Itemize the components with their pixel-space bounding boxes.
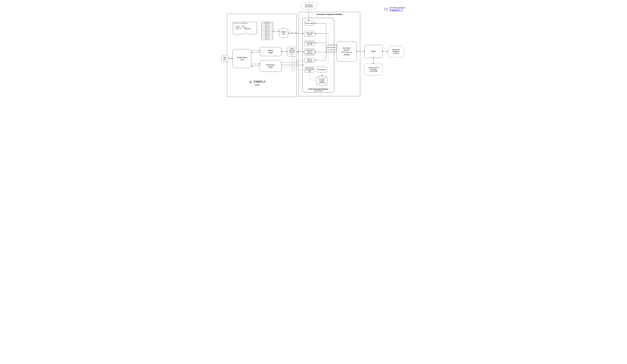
persistence-l3: Pluggable [319,81,324,83]
status-updates-label: Status Updates [289,32,299,34]
gas-station-box: Gas Station API Service [301,2,317,9]
tx-query-submission-label: Transaction / Query Submission [305,49,314,55]
orchestration-core-box: Orchestration Core [232,49,251,68]
event-streams-label: Event Streams [305,58,314,62]
operation-note: Operation 0xab12cd34... { "nonce": 12345… [233,22,257,36]
orchestration-core-label: Orchestration Core [237,56,247,61]
app-api-box: App API [221,55,228,62]
tx-monitor-box: Transaction Monitor [304,31,315,37]
app-api-label: App API [223,56,226,61]
esm-api-box: Event Stream Management API [304,67,315,72]
transactions-label: Transactions [328,44,335,46]
persistence-l2: (LevelDB) [319,80,324,81]
cfr-title: Connector Framework Runtime [300,13,359,15]
persistence-l1: Persistence [319,79,325,80]
ffcore-title: FIREFLY [254,80,266,83]
operations-row: Eth TX 1 [261,24,273,26]
checkpoints-box: Checkpoints [317,67,327,72]
tokens-connector-box: Tokens Connector ERC-20 etc. [287,47,297,56]
operations-row: Eth TX 6 [261,34,273,36]
esm-api-label: Event Stream Management API [305,67,314,72]
ffcapi-l4: FFCAPI [344,54,349,56]
ftm-title-sub: (Go Module) [314,90,322,92]
event-streams-box: Event Streams [304,58,315,63]
ffcapi-l3: API Connector [341,51,352,53]
operation-note-text: Operation 0xab12cd34... { "nonce": 12345… [234,23,256,31]
ffcore-sub: Core [242,84,272,86]
keystore-box: Local Key Store / HD Wallet / Cloud HSM [365,64,382,75]
blockchain-plugin-box: Blockchain Plugin [260,60,281,72]
keystore-label: Local Key Store / HD Wallet / Cloud HSM [368,67,379,72]
event-logs-label: Event logs [329,51,335,53]
policy-engine-box: Policy engine [304,21,315,26]
operations-row: Eth TX 7 [261,36,273,38]
svg-point-38 [386,8,386,8]
tx-monitor-label: Transaction Monitor [306,32,314,36]
ffcapi-l1: Blockchain [343,47,351,49]
ftm-title: Firefly Transaction Manager (Go Module) [302,88,334,92]
admin-api-box: Admin API [279,28,288,38]
operations-row: Eth TX 2 [261,26,273,28]
ftm-title-main: Firefly Transaction Manager [308,88,328,90]
hyperledger-firefly-logo: HYPERLEDGER FIREFLY [383,7,405,12]
operations-row: Eth TX 4 [261,30,273,32]
ffcapi-box: Blockchain Specific API Connector FFCAPI [337,41,357,61]
admin-api-label: Admin API [281,31,286,35]
tokens-plugin-box: Tokens Plugin [260,47,281,56]
block-updates-label: Block updates [327,47,336,48]
blockchain-plugin-label: Blockchain Plugin [266,64,275,68]
checkpoints-label: Checkpoints [318,69,326,70]
tokens-connector-label: Tokens Connector ERC-20 etc. [288,48,296,55]
operations-header: Operations [261,22,273,24]
firefly-core-label: FIREFLY Core [242,80,272,86]
queries-label: Queries [330,49,335,51]
tx-query-submission-box: Transaction / Query Submission [304,49,315,56]
gas-station-label: Gas Station API Service [305,4,313,8]
operations-row: Eth TX 3 [261,28,273,30]
tokens-plugin-label: Tokens Plugin [268,50,273,54]
policy-engine-label: Policy engine [305,22,314,24]
confirmation-manager-label: Confirmation Manager [305,41,314,45]
svg-point-39 [250,81,251,81]
endpoint-box: Blockchain JSON/RPC Endpoint [388,46,404,57]
signer-label: Signer [371,50,376,52]
operations-row: Eth TX 7 [261,38,273,40]
operations-row: Eth TX 5 [261,32,273,34]
endpoint-label: Blockchain JSON/RPC Endpoint [392,49,400,54]
persistence-cylinder: Persistence (LevelDB) Pluggable [317,76,327,86]
logo-line2: FIREFLY [390,9,405,12]
signer-box: Signer [365,45,382,58]
confirmation-manager-box: Confirmation Manager [304,40,315,46]
logo-line1: HYPERLEDGER [390,7,405,9]
ffcapi-l2: Specific [344,49,350,51]
